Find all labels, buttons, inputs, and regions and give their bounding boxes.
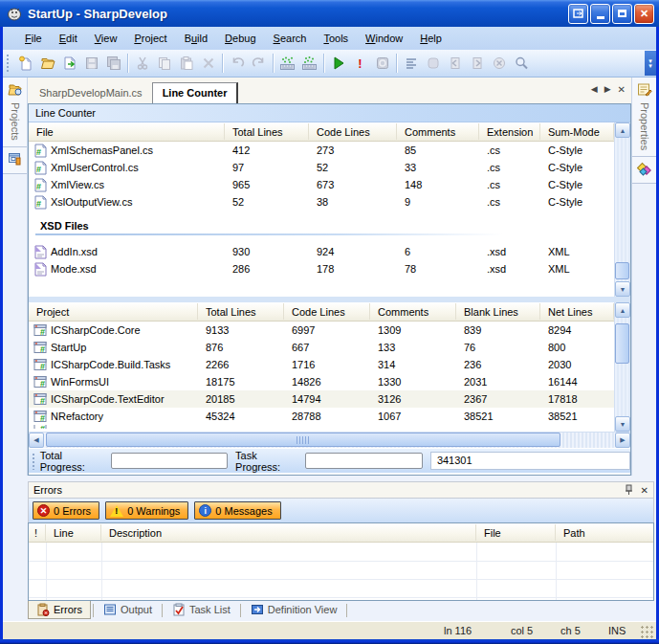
undock-button[interactable] [568,4,588,24]
tab-scroll-right-icon[interactable]: ▶ [604,84,611,95]
build-icon[interactable] [276,53,298,74]
messages-filter-button[interactable]: i 0 Messages [194,501,280,520]
rebuild-icon[interactable] [298,53,320,74]
title-bar[interactable]: StartUp - SharpDevelop ✕ [0,0,659,27]
progress-strip-grip[interactable] [32,453,36,470]
column-header[interactable]: ! [29,524,46,541]
column-header[interactable]: Code Lines [284,303,370,320]
scrollbar-thumb[interactable] [615,323,629,364]
clear-bookmarks-icon[interactable] [488,53,510,74]
maximize-button[interactable] [612,4,632,24]
menu-file[interactable]: File [16,30,51,47]
open-file-icon[interactable] [58,53,80,74]
abort-build-icon[interactable]: ! [349,53,371,74]
scroll-right-icon[interactable]: ▶ [615,433,630,448]
table-row[interactable]: #XmlUserControl.cs 97 52 33 .cs C-Style [29,159,614,176]
column-header[interactable]: Sum-Mode [540,123,614,140]
column-header[interactable]: Net Lines [540,303,614,320]
close-panel-icon[interactable]: ✕ [641,485,648,496]
next-bookmark-icon[interactable] [466,53,488,74]
menu-help[interactable]: Help [411,30,450,47]
bookmark-menu-icon[interactable] [400,53,422,74]
new-file-icon[interactable] [14,53,36,74]
table-row[interactable]: #WinFormsUI 18175 14826 1330 2031 16144 [29,373,614,390]
sidebar-tab-toolbox[interactable] [632,157,656,184]
tab-task-list[interactable]: Task List [165,601,238,618]
sidebar-tab-projects[interactable]: Projects [3,78,27,147]
column-header[interactable]: Project [29,303,198,320]
errors-filter-button[interactable]: ✕ 0 Errors [33,501,99,520]
column-header[interactable]: Comments [370,303,456,320]
menu-view[interactable]: View [86,30,126,47]
search-icon[interactable] [510,53,532,74]
delete-icon[interactable] [197,53,219,74]
scrollbar-track[interactable] [44,433,615,448]
tab-close-icon[interactable]: ✕ [618,84,626,95]
table-row-clipped[interactable]: # [29,425,614,429]
table-row[interactable]: #NRefactory 45324 28788 1067 38521 38521 [29,408,614,425]
menu-window[interactable]: Window [357,30,411,47]
scroll-left-icon[interactable]: ◀ [29,433,44,448]
column-header[interactable]: File [476,524,556,541]
prev-bookmark-icon[interactable] [444,53,466,74]
menu-project[interactable]: Project [125,30,175,47]
undo-icon[interactable] [226,53,248,74]
redo-icon[interactable] [248,53,270,74]
column-header[interactable]: Total Lines [198,303,284,320]
doc-tab-line-counter[interactable]: Line Counter [152,82,239,103]
doc-tab-sharpdevelopmain[interactable]: SharpDevelopMain.cs [30,83,152,103]
scroll-up-icon[interactable]: ▲ [615,122,630,138]
minimize-button[interactable] [590,4,610,24]
table-row[interactable]: #ICSharpCode.Core 9133 6997 1309 839 829… [29,322,614,339]
save-icon[interactable] [80,53,102,74]
tab-scroll-left-icon[interactable]: ◀ [591,84,598,95]
sidebar-tab-properties[interactable]: Properties [632,78,656,157]
menu-build[interactable]: Build [176,30,216,47]
table-row[interactable]: #XslOutputView.cs 52 38 9 .cs C-Style [29,193,614,211]
cut-icon[interactable] [131,53,153,74]
menu-debug[interactable]: Debug [216,30,264,47]
table-row[interactable]: #XmlView.cs 965 673 148 .cs C-Style [29,176,614,193]
tab-output[interactable]: Output [96,601,160,618]
table-row[interactable]: AddIn.xsd 930 924 6 .xsd XML [29,243,614,260]
files-table-scrollbar[interactable]: ▲ ▼ [614,122,630,297]
scrollbar-track[interactable] [615,138,630,281]
column-header[interactable]: Blank Lines [456,303,540,320]
column-header[interactable]: Path [556,524,653,541]
toolbar-overflow-icon[interactable]: ▾▾ [645,51,656,76]
table-row[interactable]: #ICSharpCode.TextEditor 20185 14794 3126… [29,390,614,408]
open-folder-icon[interactable] [36,53,58,74]
copy-icon[interactable] [153,53,175,74]
menu-edit[interactable]: Edit [51,30,86,47]
save-all-icon[interactable] [102,53,124,74]
warnings-filter-button[interactable]: 0 Warnings [105,501,188,520]
profiler-icon[interactable] [371,53,393,74]
scrollbar-track[interactable] [615,318,630,416]
scroll-down-icon[interactable]: ▼ [615,416,630,432]
pin-icon[interactable] [625,484,633,496]
menu-tools[interactable]: Tools [315,30,357,47]
column-header[interactable]: Code Lines [309,123,397,140]
menu-search[interactable]: Search [265,30,316,47]
run-icon[interactable] [327,53,349,74]
sidebar-tab-classes[interactable] [3,147,27,174]
column-header[interactable]: Total Lines [225,123,309,140]
tab-errors[interactable]: Errors [28,601,91,619]
table-row[interactable]: #ICSharpCode.Build.Tasks 2266 1716 314 2… [29,356,614,373]
horizontal-scrollbar[interactable]: ◀ ▶ [29,432,630,448]
column-header[interactable]: Extension [479,123,540,140]
scrollbar-thumb[interactable] [615,262,629,279]
scroll-up-icon[interactable]: ▲ [615,302,630,318]
scroll-down-icon[interactable]: ▼ [615,281,630,297]
column-header[interactable]: File [29,123,225,140]
scrollbar-thumb[interactable] [46,433,560,447]
toolbar-grip[interactable] [6,54,11,73]
table-row[interactable]: Mode.xsd 286 178 78 .xsd XML [29,260,614,278]
table-row[interactable]: #XmlSchemasPanel.cs 412 273 85 .cs C-Sty… [29,142,614,159]
column-header[interactable]: Line [46,524,101,541]
errors-panel-titlebar[interactable]: Errors ✕ [28,481,654,499]
column-header[interactable]: Description [101,524,476,541]
column-header[interactable]: Comments [397,123,479,140]
close-button[interactable]: ✕ [634,4,654,24]
tab-definition-view[interactable]: Definition View [243,601,345,618]
